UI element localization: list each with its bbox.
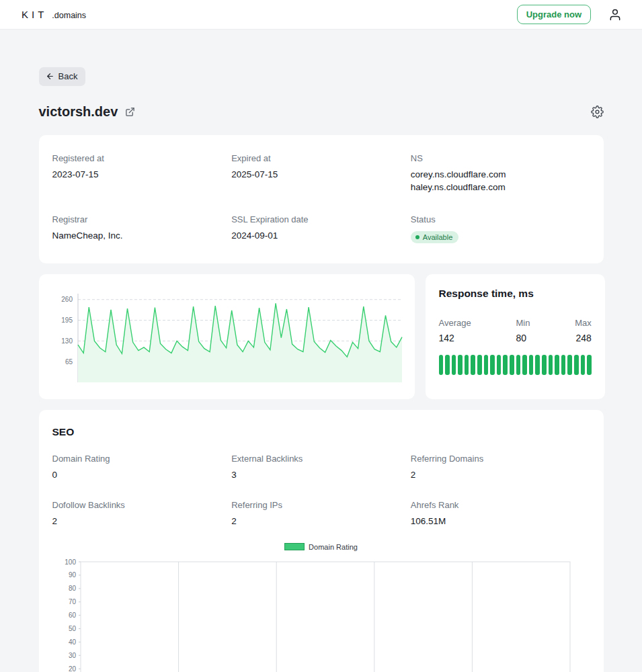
uptime-bar [549, 355, 553, 375]
uptime-bar [465, 355, 469, 375]
uptime-bar [445, 355, 450, 375]
response-time-chart: 65130195260 [48, 284, 405, 389]
legend-swatch-icon [284, 543, 305, 550]
uptime-bar [516, 355, 521, 375]
stat-label: Max [575, 318, 592, 328]
metric-value: 2 [52, 515, 232, 528]
svg-text:60: 60 [68, 612, 76, 619]
external-link-icon[interactable] [125, 107, 135, 117]
metric-external-backlinks: External Backlinks 3 [231, 454, 411, 482]
svg-text:70: 70 [68, 598, 76, 605]
uptime-bars [439, 355, 592, 375]
status-dot-icon [415, 235, 419, 239]
field-value: 2023-07-15 [52, 169, 232, 181]
seo-card: SEO Domain Rating 0 External Backlinks 3… [39, 410, 604, 672]
metric-label: Dofollow Backlinks [52, 500, 232, 510]
stat-average: Average 142 [439, 318, 471, 343]
svg-text:65: 65 [65, 358, 73, 365]
settings-button[interactable] [591, 106, 604, 118]
status-badge: Available [411, 231, 458, 243]
response-time-stats: Average 142 Min 80 Max 248 [439, 318, 592, 343]
metric-ahrefs-rank: Ahrefs Rank 106.51M [411, 500, 590, 528]
title-row: victorsh.dev [39, 104, 604, 120]
metric-label: Domain Rating [52, 454, 232, 464]
uptime-bar [484, 355, 489, 375]
metric-value: 0 [52, 469, 232, 482]
svg-text:130: 130 [61, 337, 73, 345]
uptime-bar [542, 355, 547, 375]
uptime-bar [522, 355, 527, 375]
metric-value: 3 [231, 469, 411, 482]
stat-value: 142 [439, 333, 471, 343]
back-button-label: Back [58, 71, 78, 81]
metric-label: Referring IPs [231, 500, 411, 510]
svg-text:260: 260 [61, 296, 73, 303]
chart-legend: Domain Rating [52, 543, 590, 551]
metric-referring-domains: Referring Domains 2 [411, 454, 590, 482]
app-header: KIT .domains Upgrade now [0, 0, 642, 30]
metric-label: Ahrefs Rank [411, 500, 590, 510]
metric-dofollow-backlinks: Dofollow Backlinks 2 [52, 500, 232, 528]
response-time-title: Response time, ms [439, 288, 592, 300]
upgrade-button[interactable]: Upgrade now [517, 5, 591, 24]
ns-line-2: haley.ns.cloudflare.com [411, 181, 590, 194]
uptime-bar [477, 355, 482, 375]
status-badge-label: Available [423, 233, 452, 241]
uptime-bar [574, 355, 579, 375]
svg-text:20: 20 [68, 665, 76, 672]
uptime-bar [581, 355, 586, 375]
field-value: NameCheap, Inc. [52, 230, 232, 243]
back-button[interactable]: Back [39, 67, 86, 86]
uptime-bar [458, 355, 463, 375]
field-ns: NS corey.ns.cloudflare.com haley.ns.clou… [411, 153, 590, 194]
stat-value: 248 [575, 333, 592, 343]
field-status: Status Available [411, 214, 590, 243]
field-label: Registrar [52, 214, 232, 224]
page-title: victorsh.dev [39, 104, 118, 120]
uptime-bar [555, 355, 559, 375]
page-content: Back victorsh.dev Registered at 2023-07-… [39, 30, 604, 672]
uptime-bar [529, 355, 534, 375]
uptime-bar [567, 355, 572, 375]
metric-value: 2 [411, 469, 590, 482]
stat-max: Max 248 [575, 318, 592, 343]
user-icon [608, 8, 622, 22]
logo[interactable]: KIT .domains [22, 9, 86, 20]
field-label: Expired at [231, 153, 411, 163]
response-time-chart-svg: 65130195260 [50, 288, 406, 389]
ns-line-1: corey.ns.cloudflare.com [411, 169, 590, 181]
uptime-bar [510, 355, 514, 375]
uptime-bar [471, 355, 475, 375]
user-account-button[interactable] [608, 8, 622, 22]
svg-text:100: 100 [65, 558, 76, 565]
svg-text:90: 90 [68, 571, 76, 579]
stat-label: Average [439, 318, 471, 328]
legend-label: Domain Rating [309, 543, 358, 551]
metric-value: 2 [231, 515, 411, 528]
uptime-bar [503, 355, 508, 375]
field-value: 2024-09-01 [231, 230, 411, 243]
seo-title: SEO [52, 426, 590, 438]
field-registrar: Registrar NameCheap, Inc. [52, 214, 232, 243]
charts-row: 65130195260 Response time, ms Average 14… [39, 274, 604, 399]
metric-label: External Backlinks [231, 454, 411, 464]
stat-min: Min 80 [516, 318, 530, 343]
arrow-left-icon [46, 72, 54, 81]
field-value: 2025-07-15 [231, 169, 411, 181]
uptime-bar [452, 355, 456, 375]
metric-label: Referring Domains [411, 454, 590, 464]
svg-text:195: 195 [61, 317, 73, 324]
domain-info-card: Registered at 2023-07-15 Expired at 2025… [39, 135, 604, 263]
header-actions: Upgrade now [517, 5, 622, 24]
field-label: Status [411, 214, 590, 224]
uptime-bar [535, 355, 540, 375]
field-label: NS [411, 153, 590, 163]
field-label: Registered at [52, 153, 232, 163]
uptime-bar [587, 355, 592, 375]
stat-value: 80 [516, 333, 530, 343]
uptime-bar [490, 355, 495, 375]
metric-value: 106.51M [411, 515, 590, 528]
svg-text:30: 30 [68, 651, 76, 659]
uptime-bar [561, 355, 566, 375]
domain-rating-chart: 01020304050607080901002024-06-162024-06-… [52, 558, 590, 672]
